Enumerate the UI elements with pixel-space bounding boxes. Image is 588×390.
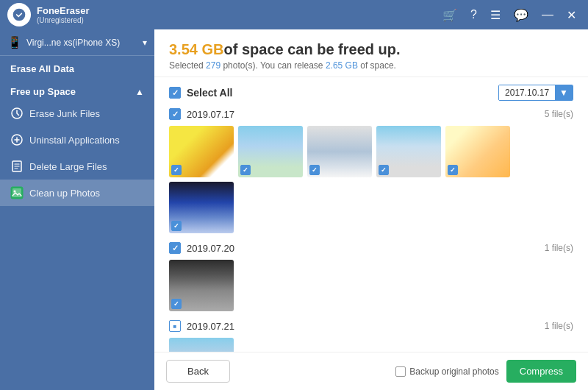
- group-header-2019-07-21: 2019.07.21 1 file(s): [169, 320, 573, 332]
- help-icon[interactable]: ?: [466, 7, 481, 23]
- date-filter-text: 2017.10.17: [499, 85, 555, 100]
- sub-before: Selected: [169, 60, 204, 71]
- photo-group-2019-07-17: 2019.07.17 5 file(s): [169, 108, 573, 233]
- space-freed-text: 3.54 GBof space can be freed up.: [169, 41, 573, 58]
- sub-middle: photo(s). You can release: [223, 60, 323, 71]
- release-size: 2.65 GB: [326, 60, 358, 71]
- photo-item-p4[interactable]: [376, 126, 441, 177]
- space-amount: 3.54 GB: [169, 41, 223, 57]
- photo-grid-2019-07-21: [169, 338, 573, 352]
- photo-check-p5b[interactable]: [171, 221, 182, 231]
- photo-grid-2019-07-20: [169, 260, 573, 311]
- backup-label: Backup original photos: [409, 366, 498, 377]
- photo-item-p5b[interactable]: [169, 182, 234, 233]
- app-name-block: FoneEraser (Unregistered): [37, 5, 438, 24]
- photo-item-p2[interactable]: [238, 126, 303, 177]
- group-date-2019-07-17: 2019.07.17: [187, 109, 234, 120]
- space-freed-label: of space can be freed up.: [223, 41, 400, 57]
- footer-right: Backup original photos Compress: [395, 360, 576, 383]
- sidebar-item-erase-junk[interactable]: Erase Junk Files: [0, 100, 154, 127]
- photo-group-2019-07-20: 2019.07.20 1 file(s): [169, 242, 573, 311]
- cart-icon[interactable]: 🛒: [438, 7, 462, 24]
- backup-checkbox[interactable]: [395, 366, 406, 377]
- group-date-2019-07-21: 2019.07.21: [187, 321, 234, 332]
- device-icon: 📱: [7, 35, 22, 49]
- date-filter-button[interactable]: ▼: [555, 85, 573, 100]
- group-checkbox-2019-07-21[interactable]: [169, 320, 181, 332]
- group-header-2019-07-17: 2019.07.17 5 file(s): [169, 108, 573, 120]
- content-footer: Back Backup original photos Compress: [154, 352, 588, 390]
- minimize-button[interactable]: —: [537, 7, 558, 23]
- sub-info: Selected 279 photo(s). You can release 2…: [169, 60, 573, 71]
- file-icon: [10, 160, 24, 173]
- select-all-left: Select All: [169, 87, 233, 99]
- menu-icon[interactable]: ☰: [486, 7, 505, 24]
- delete-large-label: Delete Large Files: [29, 161, 107, 172]
- device-selector[interactable]: 📱 Virgi...ne xs(iPhone XS) ▾: [0, 29, 154, 56]
- photo-item-p5[interactable]: [445, 126, 510, 177]
- uninstall-apps-label: Uninstall Applications: [29, 135, 120, 146]
- photo-check-p3[interactable]: [309, 165, 320, 175]
- photo-item-p6[interactable]: [169, 260, 234, 311]
- select-all-label: Select All: [187, 87, 233, 99]
- backup-checkbox-row: Backup original photos: [395, 366, 498, 377]
- group-count-2019-07-20: 1 file(s): [545, 243, 573, 253]
- app-logo: [7, 3, 31, 26]
- sidebar-item-uninstall-apps[interactable]: Uninstall Applications: [0, 127, 154, 153]
- group-left-2019-07-21: 2019.07.21: [169, 320, 234, 332]
- svg-point-0: [13, 9, 26, 21]
- group-left-2019-07-17: 2019.07.17: [169, 108, 234, 120]
- sidebar: 📱 Virgi...ne xs(iPhone XS) ▾ Erase All D…: [0, 29, 154, 390]
- photo-item-p3[interactable]: [307, 126, 372, 177]
- sub-after: of space.: [360, 60, 396, 71]
- content-body: Select All 2017.10.17 ▼ 2019.07.17 5 fil…: [154, 77, 588, 352]
- feedback-icon[interactable]: 💬: [509, 7, 533, 24]
- photo-check-p2[interactable]: [240, 165, 251, 175]
- photo-grid-2019-07-17: [169, 126, 573, 233]
- free-space-label: Free up Space: [10, 86, 76, 97]
- clean-photos-label: Clean up Photos: [29, 188, 100, 199]
- erase-junk-label: Erase Junk Files: [29, 108, 100, 119]
- group-count-2019-07-17: 5 file(s): [545, 109, 573, 119]
- select-all-row: Select All 2017.10.17 ▼: [169, 85, 573, 101]
- photo-check-p4[interactable]: [379, 165, 389, 175]
- device-name: Virgi...ne xs(iPhone XS): [26, 38, 143, 48]
- content-header: 3.54 GBof space can be freed up. Selecte…: [154, 29, 588, 77]
- select-all-checkbox[interactable]: [169, 87, 181, 99]
- main-layout: 📱 Virgi...ne xs(iPhone XS) ▾ Erase All D…: [0, 29, 588, 390]
- back-button[interactable]: Back: [166, 360, 230, 383]
- close-button[interactable]: ✕: [562, 7, 581, 24]
- photo-check-p6[interactable]: [171, 299, 182, 309]
- photo-thumb-p7: [169, 338, 234, 352]
- title-bar: FoneEraser (Unregistered) 🛒 ? ☰ 💬 — ✕: [0, 0, 588, 29]
- date-filter-dropdown[interactable]: 2017.10.17 ▼: [498, 85, 573, 101]
- free-space-header: Free up Space ▲: [0, 79, 154, 100]
- sidebar-item-delete-large[interactable]: Delete Large Files: [0, 153, 154, 180]
- erase-all-title[interactable]: Erase All Data: [0, 56, 154, 79]
- device-dropdown-arrow: ▾: [143, 38, 147, 48]
- group-checkbox-2019-07-20[interactable]: [169, 242, 181, 254]
- svg-rect-5: [12, 188, 21, 197]
- photo-check-p5[interactable]: [448, 165, 458, 175]
- window-controls: 🛒 ? ☰ 💬 — ✕: [438, 7, 581, 24]
- compress-button[interactable]: Compress: [506, 360, 576, 383]
- photo-item-p7[interactable]: [169, 338, 234, 352]
- clock-icon: [10, 107, 24, 120]
- photo-check-p1[interactable]: [171, 165, 182, 175]
- sidebar-item-clean-photos[interactable]: Clean up Photos: [0, 180, 154, 206]
- photo-group-2019-07-21: 2019.07.21 1 file(s): [169, 320, 573, 352]
- group-header-2019-07-20: 2019.07.20 1 file(s): [169, 242, 573, 254]
- svg-point-6: [14, 191, 16, 193]
- group-date-2019-07-20: 2019.07.20: [187, 243, 234, 254]
- content-area: 3.54 GBof space can be freed up. Selecte…: [154, 29, 588, 390]
- group-left-2019-07-20: 2019.07.20: [169, 242, 234, 254]
- free-space-toggle-icon[interactable]: ▲: [135, 87, 144, 97]
- photo-item-p1[interactable]: [169, 126, 234, 177]
- apps-icon: [10, 133, 24, 146]
- photos-icon: [10, 186, 24, 199]
- app-title: FoneEraser: [37, 5, 438, 16]
- group-checkbox-2019-07-17[interactable]: [169, 108, 181, 120]
- app-subtitle: (Unregistered): [37, 16, 438, 24]
- selected-count: 279: [206, 60, 220, 71]
- group-count-2019-07-21: 1 file(s): [545, 321, 573, 331]
